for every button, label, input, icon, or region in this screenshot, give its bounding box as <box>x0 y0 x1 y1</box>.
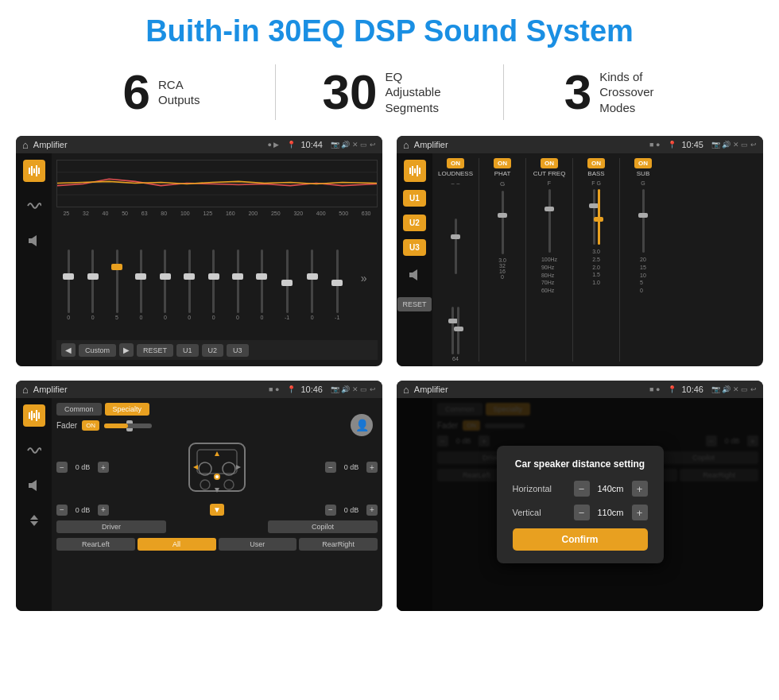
fader-left-panel <box>16 398 52 611</box>
dialog-horizontal-label: Horizontal <box>513 484 564 493</box>
tab-specialty[interactable]: Specialty <box>105 403 150 416</box>
fader-main-panel: Common Specialty 👤 Fader ON <box>52 398 382 611</box>
svg-point-34 <box>224 480 234 489</box>
stat-desc-rca: RCA Outputs <box>158 77 200 108</box>
db-minus-bl[interactable]: − <box>56 505 68 516</box>
btn-copilot[interactable]: Copilot <box>268 520 378 533</box>
tab-common[interactable]: Common <box>56 403 102 416</box>
cv-cutfreq: ON CUT FREQ F 100Hz90Hz80Hz70Hz60Hz <box>529 158 569 362</box>
db-plus-bl[interactable]: + <box>98 505 109 516</box>
sub-on[interactable]: ON <box>634 158 652 168</box>
svg-marker-39 <box>193 465 198 470</box>
home-icon-3[interactable]: ⌂ <box>22 384 29 396</box>
btn-rearleft[interactable]: RearLeft <box>56 538 135 551</box>
db-control-tr: − 0 dB + <box>325 462 378 473</box>
u2-btn[interactable]: U2 <box>403 215 426 231</box>
db-row-bottom: − 0 dB + ▼ − 0 dB + <box>56 504 378 516</box>
stat-number-rca: 6 <box>122 68 149 117</box>
eq-icon-speaker[interactable] <box>23 230 45 252</box>
dialog-horizontal-plus[interactable]: + <box>632 481 648 497</box>
u3-btn[interactable]: U3 <box>403 239 426 256</box>
stat-number-eq: 30 <box>323 68 378 117</box>
db-minus-tl[interactable]: − <box>56 462 68 473</box>
btn-rearright[interactable]: RearRight <box>299 538 378 551</box>
loudness-on[interactable]: ON <box>447 158 464 168</box>
crossover-left-panel: U1 U2 U3 RESET <box>397 153 432 366</box>
stat-rca: 6 RCA Outputs <box>48 68 275 117</box>
btn-all[interactable]: All <box>138 538 216 551</box>
eq-u1-btn[interactable]: U1 <box>176 344 199 357</box>
home-icon-1[interactable]: ⌂ <box>22 139 29 151</box>
svg-rect-18 <box>29 412 30 419</box>
db-plus-tr[interactable]: + <box>366 462 378 473</box>
eq-icon-wave[interactable] <box>23 195 45 217</box>
fader-slider-h[interactable] <box>104 423 152 428</box>
eq-reset-btn[interactable]: RESET <box>137 344 173 357</box>
db-minus-br[interactable]: − <box>325 505 336 516</box>
eq-prev-btn[interactable]: ◀ <box>61 343 76 357</box>
db-minus-tr[interactable]: − <box>325 462 336 473</box>
screen1-time: 10:44 <box>300 140 323 149</box>
svg-marker-6 <box>32 235 37 246</box>
fader-btn-row-1: Driver Copilot <box>56 520 378 533</box>
svg-rect-3 <box>36 165 37 176</box>
svg-rect-20 <box>33 413 35 418</box>
eq-freq-labels: 2532405063 80100125160200 25032040050063… <box>56 211 378 216</box>
db-plus-tl[interactable]: + <box>98 462 109 473</box>
status-bar-3: ⌂ Amplifier ■ ● 📍 10:46 📷 🔊 ✕ ▭ ↩ <box>16 381 382 398</box>
db-plus-br[interactable]: + <box>366 505 378 516</box>
db-control-bl: − 0 dB + <box>56 505 109 516</box>
screen-eq: ⌂ Amplifier ● ▶ 📍 10:44 📷 🔊 ✕ ▭ ↩ <box>16 136 382 366</box>
btn-user[interactable]: User <box>219 538 297 551</box>
svg-point-36 <box>215 475 219 478</box>
eq-sliders: 0 0 5 0 0 0 0 0 0 -1 0 -1 » <box>56 219 378 340</box>
crossover-reset-btn[interactable]: RESET <box>397 297 431 311</box>
home-icon-4[interactable]: ⌂ <box>403 384 409 396</box>
dialog-vertical-row: Vertical − 110cm + <box>513 505 648 520</box>
dialog-overlay: Car speaker distance setting Horizontal … <box>397 398 763 611</box>
fader-icon-arrows[interactable] <box>23 509 45 532</box>
crossover-speaker-icon[interactable] <box>404 264 426 286</box>
fader-avatar: 👤 <box>351 414 373 436</box>
eq-graph <box>56 160 378 207</box>
eq-play-btn[interactable]: ▶ <box>119 343 134 357</box>
dialog-confirm-button[interactable]: Confirm <box>513 528 648 551</box>
eq-left-panel <box>16 153 52 366</box>
cv-loudness: ON LOUDNESS ~ ~ 64 <box>436 158 475 362</box>
cv-phat: ON PHAT G 3.0 32 16 0 <box>483 158 522 362</box>
screen-distance: ⌂ Amplifier ■ ● 📍 10:46 📷 🔊 ✕ ▭ ↩ Common… <box>397 381 763 611</box>
dialog-vertical-plus[interactable]: + <box>632 505 648 520</box>
cutfreq-on[interactable]: ON <box>541 158 558 168</box>
dialog-horizontal-minus[interactable]: − <box>574 481 590 497</box>
svg-rect-14 <box>417 165 418 176</box>
btn-driver[interactable]: Driver <box>56 520 166 533</box>
db-value-tl: 0 dB <box>70 463 95 471</box>
phat-on[interactable]: ON <box>494 158 511 168</box>
fader-label-row: Fader ON <box>56 420 378 431</box>
distance-dialog: Car speaker distance setting Horizontal … <box>497 446 664 563</box>
fader-on-badge[interactable]: ON <box>82 420 99 431</box>
svg-rect-4 <box>38 168 40 174</box>
screen4-title: Amplifier <box>414 385 645 394</box>
svg-marker-37 <box>215 451 219 456</box>
svg-rect-22 <box>38 412 40 419</box>
eq-u3-btn[interactable]: U3 <box>227 344 249 357</box>
nav-down-arrow[interactable]: ▼ <box>210 504 224 516</box>
db-control-tl: − 0 dB + <box>56 462 109 473</box>
fader-icon-wave[interactable] <box>23 439 45 462</box>
fader-icon-speaker[interactable] <box>23 474 45 497</box>
eq-u2-btn[interactable]: U2 <box>202 344 224 357</box>
fader-icon-eq[interactable] <box>23 404 45 427</box>
bass-on[interactable]: ON <box>587 158 605 168</box>
stat-eq: 30 EQ Adjustable Segments <box>276 68 503 117</box>
svg-rect-1 <box>31 166 33 176</box>
fader-btn-row-2: RearLeft All User RearRight <box>56 538 378 551</box>
home-icon-2[interactable]: ⌂ <box>403 139 409 151</box>
crossover-icon-eq[interactable] <box>404 160 426 182</box>
dialog-vertical-minus[interactable]: − <box>574 505 590 520</box>
eq-icon-active[interactable] <box>23 160 45 182</box>
u1-btn[interactable]: U1 <box>403 190 426 207</box>
db-value-bl: 0 dB <box>70 506 95 514</box>
eq-custom-btn[interactable]: Custom <box>79 344 116 357</box>
page-title: Buith-in 30EQ DSP Sound System <box>0 0 779 56</box>
